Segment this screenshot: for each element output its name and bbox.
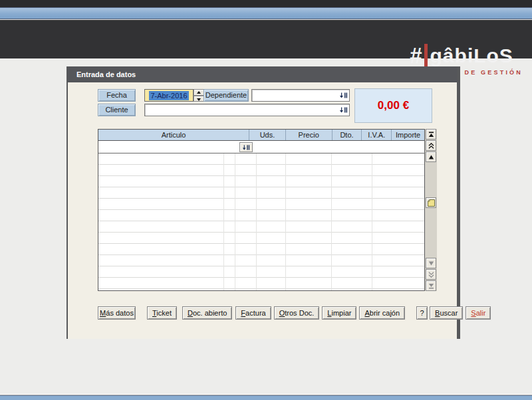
spinner-down-icon[interactable] [194, 96, 204, 102]
ticket-button[interactable]: Ticket [147, 306, 177, 320]
col-iva: I.V.A. [362, 130, 392, 140]
table-row [98, 153, 424, 165]
col-uds: Uds. [249, 130, 286, 140]
dialog-body: Fecha 7-Abr-2016 Dependiente Cliente [68, 82, 457, 339]
table-row [98, 187, 424, 199]
table-row [98, 165, 424, 176]
fecha-button[interactable]: Fecha [98, 89, 136, 102]
fecha-value: 7-Abr-2016 [149, 91, 188, 100]
cliente-combo[interactable] [144, 104, 350, 116]
entrada-de-datos-dialog: Entrada de datos Fecha 7-Abr-2016 Depend… [66, 66, 460, 339]
scroll-page-up-button[interactable] [426, 140, 436, 151]
items-grid-area: Articulo Uds. Precio Dto. I.V.A. Importe [98, 129, 437, 291]
dependiente-combo[interactable] [251, 89, 350, 102]
table-row [98, 176, 424, 187]
screen: # gâbiLoS SOFTWARE DE GESTIÓN Entrada de… [0, 0, 532, 400]
cliente-button[interactable]: Cliente [98, 104, 136, 116]
article-entry-row[interactable] [98, 141, 424, 153]
dropdown-icon [339, 91, 348, 100]
bottom-blue-stripe [0, 395, 532, 400]
scroll-up-button[interactable] [426, 151, 436, 162]
col-importe: Importe [392, 130, 424, 140]
scroll-top-icon [428, 132, 434, 138]
items-grid: Articulo Uds. Precio Dto. I.V.A. Importe [98, 129, 425, 291]
dependiente-button[interactable]: Dependiente [203, 89, 249, 102]
grid-scrollbar [425, 129, 437, 291]
salir-button[interactable]: Salir [466, 306, 491, 320]
table-row [98, 233, 424, 244]
otros-doc-button[interactable]: Otros Doc. [274, 306, 320, 320]
factura-button[interactable]: Factura [235, 306, 271, 320]
scroll-page-down-button[interactable] [426, 269, 436, 280]
scroll-down-button[interactable] [426, 258, 436, 268]
article-dropdown-button[interactable] [239, 142, 253, 152]
double-chevron-down-icon [428, 272, 434, 278]
scroll-to-bottom-button[interactable] [426, 280, 436, 291]
table-row [98, 255, 424, 266]
table-row [98, 221, 424, 233]
mas-datos-button[interactable]: Más datos [98, 306, 136, 320]
double-chevron-up-icon [428, 143, 434, 149]
limpiar-button[interactable]: Limpiar [322, 306, 356, 320]
doc-abierto-button[interactable]: Doc. abierto [182, 306, 232, 320]
note-button[interactable] [426, 197, 436, 208]
top-blue-stripe [0, 7, 532, 19]
table-row [98, 266, 424, 278]
note-icon [428, 199, 435, 207]
top-dark-bar [0, 0, 532, 7]
col-precio: Precio [286, 130, 332, 140]
col-dto: Dto. [332, 130, 362, 140]
arrow-down-icon [428, 260, 434, 266]
table-row [98, 210, 424, 221]
logo-pipe-icon [424, 44, 428, 68]
fecha-input[interactable]: 7-Abr-2016 [144, 89, 194, 102]
scroll-to-top-button[interactable] [426, 129, 436, 140]
dropdown-icon [339, 106, 348, 114]
grid-empty-rows [98, 153, 424, 290]
dropdown-icon [242, 144, 250, 151]
logo-hash: # [410, 45, 422, 67]
total-display: 0,00 € [354, 88, 432, 123]
scroll-bottom-icon [428, 283, 434, 289]
table-row [98, 278, 424, 289]
logo-name: gâbiLoS [430, 45, 513, 67]
col-articulo: Articulo [98, 130, 249, 140]
fecha-spinner [194, 89, 204, 102]
buscar-button[interactable]: Buscar [430, 306, 463, 320]
abrir-cajon-button[interactable]: Abrir cajón [359, 306, 405, 320]
help-button[interactable]: ? [416, 306, 428, 320]
table-row [98, 244, 424, 255]
total-amount: 0,00 € [378, 99, 409, 112]
table-row [98, 199, 424, 210]
action-button-bar: Más datos Ticket Doc. abierto Factura Ot… [98, 306, 491, 320]
grid-header-row: Articulo Uds. Precio Dto. I.V.A. Importe [98, 130, 424, 141]
arrow-up-icon [428, 154, 434, 160]
app-header: # gâbiLoS SOFTWARE DE GESTIÓN [0, 20, 532, 58]
spinner-up-icon[interactable] [194, 89, 204, 96]
dialog-title: Entrada de datos [68, 66, 457, 82]
